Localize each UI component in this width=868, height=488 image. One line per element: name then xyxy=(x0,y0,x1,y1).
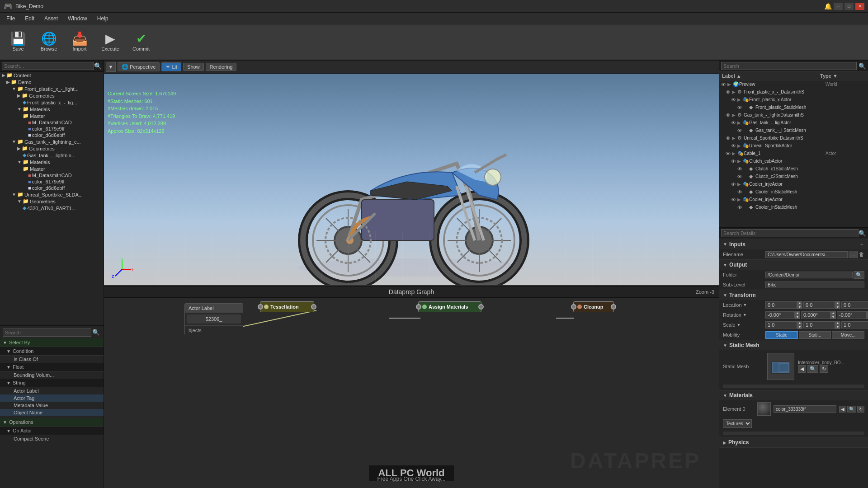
scale-x-input[interactable] xyxy=(765,321,797,328)
menu-item-file[interactable]: File xyxy=(2,14,19,23)
mobility-movable-button[interactable]: Move... xyxy=(832,331,864,339)
bounding-vol-item[interactable]: Bounding Volum... xyxy=(0,371,104,379)
minimize-button[interactable]: ─ xyxy=(834,3,843,10)
expand-icon[interactable]: ▶ xyxy=(732,136,737,141)
operations-header[interactable]: ▼ Operations xyxy=(0,418,104,427)
tree-item-fp-mesh[interactable]: ◆ Front_plastic_x_-_lig... xyxy=(0,99,104,106)
scale-x-up[interactable]: ▲ xyxy=(797,321,802,325)
location-y-up[interactable]: ▲ xyxy=(835,301,840,305)
outliner-row-clutch-c2[interactable]: 👁 ◆ Clutch_c2StaticMesh xyxy=(719,173,868,180)
viewport-content[interactable]: Current Screen Size: 1.670149 #Static Me… xyxy=(104,74,719,285)
eye-icon[interactable]: 👁 xyxy=(731,159,737,164)
outliner-row-clutch-cab[interactable]: 👁 ▶ 🎭 Clutch_cabActor xyxy=(719,157,868,165)
outliner-row-sportbike-actor[interactable]: 👁 ▶ 🎭 Unreal_SportbikActor xyxy=(719,142,868,150)
scale-z-input[interactable] xyxy=(841,321,868,328)
static-mesh-thumbnail[interactable] xyxy=(767,353,794,380)
outliner-row-clutch-c1[interactable]: 👁 ◆ Clutch_c1StaticMesh xyxy=(719,165,868,173)
viewport-show-button[interactable]: Show xyxy=(183,63,204,71)
outliner-row-gas-tank[interactable]: 👁 ▶ ⚙ Gas_tank_-_lightnDatasmithS xyxy=(719,111,868,119)
eye-icon[interactable]: 👁 xyxy=(731,120,737,126)
materials-section-header[interactable]: ▼ Materials xyxy=(719,390,868,400)
execute-button[interactable]: ▶ Execute xyxy=(96,27,125,57)
eye-icon[interactable]: 👁 xyxy=(737,105,744,110)
condition-header[interactable]: ▼ Condition xyxy=(0,347,104,356)
tree-item-content[interactable]: ▶ 📁 Content xyxy=(0,72,104,79)
mesh-back-button[interactable]: ◀ xyxy=(798,365,806,373)
eye-icon[interactable]: 👁 xyxy=(731,97,737,103)
eye-icon[interactable]: 👁 xyxy=(731,182,737,187)
maximize-button[interactable]: □ xyxy=(844,3,854,10)
location-y-input[interactable] xyxy=(803,301,835,309)
rotation-z-down[interactable]: ▼ xyxy=(866,315,868,319)
eye-icon[interactable]: 👁 xyxy=(737,205,744,210)
tree-item-color-1b[interactable]: ■ color_d6d6ebff xyxy=(0,132,104,138)
location-y-down[interactable]: ▼ xyxy=(835,305,840,309)
eye-icon[interactable]: 👁 xyxy=(737,174,744,179)
expand-icon[interactable]: ▶ xyxy=(737,182,743,187)
outliner-row-sportbike[interactable]: 👁 ▶ ⚙ Unreal_Sportbike DatasmithS xyxy=(719,134,868,142)
outliner-search-button[interactable]: 🔍 xyxy=(859,63,866,70)
outliner-row-preview[interactable]: 👁 ▶ 🌍 Preview World xyxy=(719,80,868,88)
folder-input[interactable] xyxy=(765,272,853,278)
mobility-static-button[interactable]: Static xyxy=(765,331,798,339)
viewport-rendering-button[interactable]: Rendering xyxy=(206,63,237,71)
outliner-row-gas-tank-actor[interactable]: 👁 ▶ 🎭 Gas_tank_-_ligiActor xyxy=(719,119,868,127)
physics-section-header[interactable]: ▶ Physics xyxy=(719,437,868,447)
rotation-x-input[interactable] xyxy=(765,311,795,319)
is-class-of-item[interactable]: Is Class Of xyxy=(0,356,104,363)
expand-icon[interactable]: ▶ xyxy=(737,120,743,125)
expand-icon[interactable]: ▶ xyxy=(732,151,737,156)
scale-y-down[interactable]: ▼ xyxy=(835,325,840,329)
tree-item-mat-cad-2[interactable]: ■ M_DatasmithCAD xyxy=(0,172,104,178)
tree-item-front-plastic[interactable]: ▼ 📁 Front_plastic_x_-_light... xyxy=(0,85,104,92)
rotation-x-up[interactable]: ▲ xyxy=(795,311,800,315)
mesh-refresh-button[interactable]: ↻ xyxy=(820,365,828,373)
rotation-y-down[interactable]: ▼ xyxy=(830,315,836,319)
tree-item-master-2[interactable]: 📁 Master xyxy=(0,165,104,172)
select-by-header[interactable]: ▼ Select By xyxy=(0,338,104,347)
static-mesh-section-header[interactable]: ▼ Static Mesh xyxy=(719,340,868,350)
tree-item-color-1a[interactable]: ■ color_6179c9ff xyxy=(0,126,104,132)
tree-item-geometries-3[interactable]: ▼ 📁 Geometries xyxy=(0,198,104,205)
eye-icon[interactable]: 👁 xyxy=(737,128,744,133)
details-search-input[interactable] xyxy=(721,229,859,237)
scale-y-input[interactable] xyxy=(803,321,835,328)
menu-item-help[interactable]: Help xyxy=(93,14,113,23)
eye-icon[interactable]: 👁 xyxy=(726,136,732,141)
dp-search-input[interactable] xyxy=(3,328,91,337)
filename-browse-button[interactable]: … xyxy=(849,251,858,258)
outliner-row-cooler-2[interactable]: 👁 ▶ 🎭 Cooler_injeActor xyxy=(719,196,868,203)
scale-y-up[interactable]: ▲ xyxy=(835,321,840,325)
expand-icon[interactable]: ▶ xyxy=(727,82,733,87)
float-header[interactable]: ▼ Float xyxy=(0,363,104,371)
save-button[interactable]: 💾 Save xyxy=(4,27,33,57)
assign-materials-header-node[interactable]: Assign Materials xyxy=(418,301,481,312)
expand-icon[interactable]: ▶ xyxy=(737,159,743,164)
rotation-y-input[interactable] xyxy=(801,311,830,319)
eye-icon[interactable]: 👁 xyxy=(721,82,727,87)
expand-icon[interactable]: ▶ xyxy=(732,113,737,117)
rotation-dropdown-icon[interactable]: ▼ xyxy=(743,313,747,317)
location-x-input[interactable] xyxy=(765,301,797,309)
location-z-input[interactable] xyxy=(841,301,868,309)
menu-item-asset[interactable]: Asset xyxy=(40,14,62,23)
tree-item-part1-mesh[interactable]: ◆ 4320_ATN0_PART1... xyxy=(0,205,104,211)
menu-item-window[interactable]: Window xyxy=(63,14,92,23)
material-reload-button[interactable]: ↻ xyxy=(857,406,864,413)
eye-icon[interactable]: 👁 xyxy=(737,189,744,195)
on-actor-header[interactable]: ▼ On Actor xyxy=(0,427,104,435)
folder-search-button[interactable]: 🔍 xyxy=(854,271,864,279)
outliner-row-gas-tank-mesh[interactable]: 👁 ◆ Gas_tank_-_l StaticMesh xyxy=(719,127,868,134)
rotation-z-up[interactable]: ▲ xyxy=(866,311,868,315)
browse-button[interactable]: 🌐 Browse xyxy=(34,27,63,57)
tree-item-gas-tank[interactable]: ▼ 📁 Gas_tank_-_lightning_c... xyxy=(0,138,104,145)
metadata-value-item[interactable]: Metadata Value xyxy=(0,402,104,409)
dp-search-button[interactable]: 🔍 xyxy=(91,328,101,337)
eye-icon[interactable]: 👁 xyxy=(726,89,732,95)
location-x-up[interactable]: ▲ xyxy=(797,301,802,305)
eye-icon[interactable]: 👁 xyxy=(731,197,737,202)
viewport-perspective-button[interactable]: 🌐 Perspective xyxy=(118,62,160,71)
mobility-stationary-button[interactable]: Stati... xyxy=(799,331,831,339)
mesh-search-button[interactable]: 🔍 xyxy=(807,365,818,373)
sublevel-input[interactable] xyxy=(765,282,864,288)
